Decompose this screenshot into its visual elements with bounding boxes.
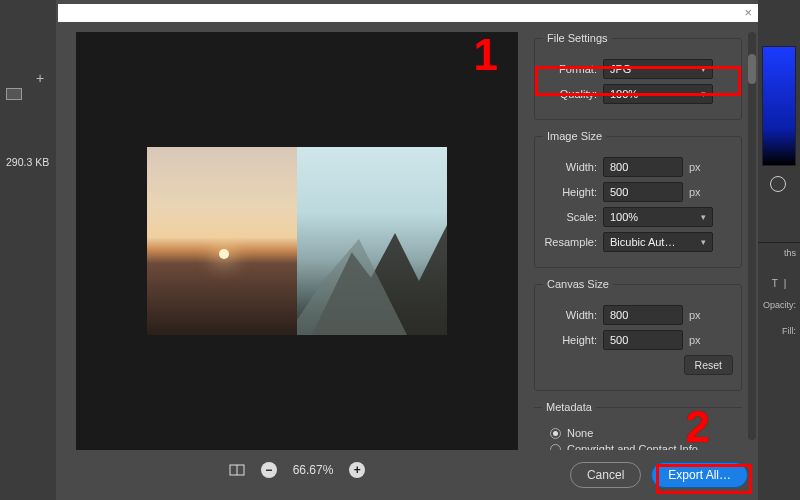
unit-label: px — [689, 186, 707, 198]
zoom-out-button[interactable]: − — [261, 462, 277, 478]
format-value: JPG — [610, 63, 631, 75]
chevron-down-icon: ▾ — [701, 212, 706, 222]
quality-value: 100% — [610, 88, 638, 100]
app-left-panel: + 290.3 KB — [0, 0, 56, 500]
resample-value: Bicubic Aut… — [610, 236, 675, 248]
annotation-callout-1: 1 — [474, 30, 498, 80]
fill-label: Fill: — [782, 326, 796, 336]
settings-scrollbar[interactable] — [748, 32, 756, 440]
chevron-down-icon: ▾ — [701, 64, 706, 74]
unit-label: px — [689, 309, 707, 321]
unit-label: px — [689, 334, 707, 346]
layer-thumbnail[interactable] — [6, 88, 22, 100]
preview-left-half — [147, 147, 297, 335]
chevron-down-icon: ▾ — [701, 237, 706, 247]
radio-unselected-icon — [550, 444, 561, 451]
quality-select[interactable]: 100% ▾ — [603, 84, 713, 104]
canvas-width-label: Width: — [543, 309, 597, 321]
file-size-readout: 290.3 KB — [6, 156, 49, 168]
scale-value: 100% — [610, 211, 638, 223]
reset-button[interactable]: Reset — [684, 355, 733, 375]
app-right-panel: ths T| Opacity: Fill: — [758, 0, 800, 500]
canvas-width-input[interactable] — [603, 305, 683, 325]
paths-tab-label: ths — [784, 248, 796, 258]
canvas-height-input[interactable] — [603, 330, 683, 350]
canvas-size-group: Canvas Size Width: px Height: px Reset — [534, 278, 742, 391]
resample-select[interactable]: Bicubic Aut… ▾ — [603, 232, 713, 252]
radio-selected-icon — [550, 428, 561, 439]
scrollbar-thumb[interactable] — [748, 54, 756, 84]
width-label: Width: — [543, 161, 597, 173]
zoom-toolbar: − 66.67% + — [76, 456, 518, 484]
color-picker-ring-icon — [770, 176, 786, 192]
height-label: Height: — [543, 186, 597, 198]
file-settings-group: File Settings Format: JPG ▾ Quality: 100… — [534, 32, 742, 120]
resample-label: Resample: — [543, 236, 597, 248]
metadata-none-label: None — [567, 427, 593, 439]
type-tool-icon: T — [772, 278, 778, 289]
scale-select[interactable]: 100% ▾ — [603, 207, 713, 227]
image-size-legend: Image Size — [543, 130, 606, 142]
sep-icon: | — [784, 278, 787, 289]
export-all-button[interactable]: Export All… — [651, 462, 748, 488]
format-label: Format: — [543, 63, 597, 75]
settings-panel: File Settings Format: JPG ▾ Quality: 100… — [526, 22, 758, 450]
cancel-button[interactable]: Cancel — [570, 462, 641, 488]
panel-tool-icons: T| — [762, 278, 796, 289]
preview-image — [147, 147, 447, 335]
preview-right-half — [297, 147, 447, 335]
image-size-group: Image Size Width: px Height: px Scale: 1… — [534, 130, 742, 268]
quality-label: Quality: — [543, 88, 597, 100]
scale-label: Scale: — [543, 211, 597, 223]
add-icon[interactable]: + — [36, 70, 44, 86]
metadata-group: Metadata None Copyright and Contact Info — [534, 401, 742, 450]
metadata-legend: Metadata — [542, 401, 596, 413]
chevron-down-icon: ▾ — [701, 89, 706, 99]
close-icon[interactable]: × — [744, 5, 752, 20]
zoom-level-readout: 66.67% — [293, 463, 334, 477]
width-input[interactable] — [603, 157, 683, 177]
file-settings-legend: File Settings — [543, 32, 612, 44]
split-preview-icon[interactable] — [229, 462, 245, 478]
unit-label: px — [689, 161, 707, 173]
preview-canvas — [76, 32, 518, 450]
format-select[interactable]: JPG ▾ — [603, 59, 713, 79]
metadata-copyright-label: Copyright and Contact Info — [567, 443, 698, 450]
color-gradient-swatch — [762, 46, 796, 166]
annotation-callout-2: 2 — [686, 402, 710, 452]
dialog-title-bar: × — [58, 4, 758, 22]
canvas-height-label: Height: — [543, 334, 597, 346]
export-dialog: − 66.67% + File Settings Format: JPG ▾ Q… — [58, 22, 758, 500]
dialog-footer: Cancel Export All… — [570, 458, 748, 492]
canvas-size-legend: Canvas Size — [543, 278, 613, 290]
panel-divider — [758, 242, 800, 243]
height-input[interactable] — [603, 182, 683, 202]
zoom-in-button[interactable]: + — [349, 462, 365, 478]
opacity-label: Opacity: — [763, 300, 796, 310]
